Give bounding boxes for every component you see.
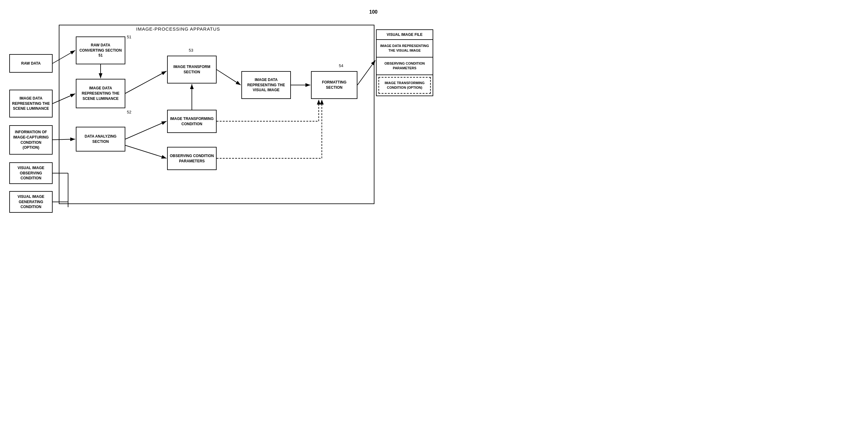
block-image-data-visual: IMAGE DATA REPRESENTING THE VISUAL IMAGE (241, 71, 291, 99)
ref-54: 54 (339, 63, 343, 68)
block-image-capturing: INFORMATION OF IMAGE-CAPTURING CONDITION… (9, 125, 53, 155)
visual-image-file-item1: IMAGE DATA REPRESENTING THE VISUAL IMAGE (377, 40, 433, 58)
visual-image-file-label: VISUAL IMAGE FILE (377, 30, 433, 40)
block-formatting: FORMATTING SECTION (311, 71, 358, 99)
diagram-container: 100 IMAGE-PROCESSING APPARATUS RAW DATA … (6, 6, 433, 216)
ref-number-100: 100 (369, 9, 377, 15)
visual-image-file-item3: IMAGE TRANSFORMING CONDITION (OPTION) (378, 77, 431, 94)
block-image-data-luminance: IMAGE DATA REPRESENTING THE SCENE LUMINA… (76, 79, 125, 108)
block-image-transforming-cond: IMAGE TRANSFORMING CONDITION (167, 110, 217, 133)
apparatus-label: IMAGE-PROCESSING APPARATUS (136, 26, 220, 32)
block-visual-observing: VISUAL IMAGE OBSERVING CONDITION (9, 162, 53, 184)
ref-53: 53 (189, 48, 193, 53)
block-raw-data: RAW DATA (9, 54, 53, 73)
block-image-data-scene: IMAGE DATA REPRESENTING THE SCENE LUMINA… (9, 90, 53, 117)
visual-image-file-item2: OBSERVING CONDITION PARAMETERS (377, 58, 433, 75)
block-raw-converting: RAW DATA CONVERTING SECTION 51 (76, 36, 125, 64)
block-image-transform: IMAGE TRANSFORM SECTION (167, 56, 217, 83)
ref-52: 52 (127, 110, 131, 114)
block-visual-generating: VISUAL IMAGE GENERATING CONDITION (9, 191, 53, 213)
ref-51: 51 (127, 35, 131, 39)
block-observing-cond-params: OBSERVING CONDITION PARAMETERS (167, 147, 217, 170)
visual-image-file-container: VISUAL IMAGE FILE IMAGE DATA REPRESENTIN… (376, 29, 433, 96)
block-data-analyzing: DATA ANALYZING SECTION (76, 127, 125, 151)
